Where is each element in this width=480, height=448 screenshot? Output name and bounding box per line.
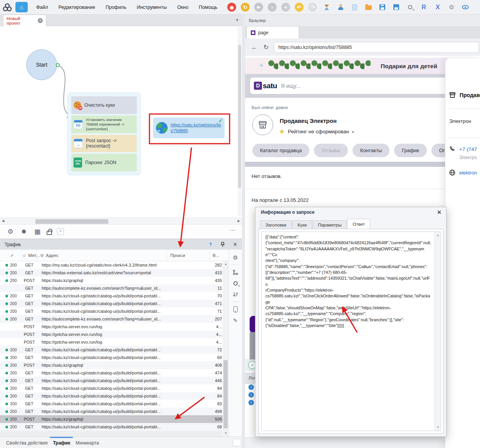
seller-tab-pill[interactable]: График [394,144,426,157]
table-row[interactable]: POST https://gotcha-server.evo.run/log 4… [0,338,229,346]
search-icon[interactable] [406,3,414,12]
menu-item[interactable]: Окно [177,5,188,10]
scroll-down-icon[interactable]: ▼ [436,426,440,429]
response-textbox[interactable]: [{"data":{"context": {"context_meta":"47… [261,232,441,431]
close-tab-icon[interactable]: ✕ [38,18,43,23]
start-node[interactable]: Start [26,49,57,80]
menu-item[interactable]: Редактирование [59,5,95,10]
reload-icon[interactable]: ↻ [263,44,269,51]
dialog-tab[interactable]: Параметры [312,220,347,229]
action-post-request[interactable]: Post запрос -> {rescontact} [71,135,137,153]
scroll-up-icon[interactable]: ▲ [436,233,440,237]
profile-small-icon[interactable]: ☻ [20,228,28,235]
column-address[interactable]: ⊕Адрес [37,250,167,261]
action-parse-json[interactable]: JSON XML Парсинг JSON [71,154,137,171]
play-button[interactable]: ▶ [254,3,263,12]
brush-icon[interactable]: ✎ [233,315,238,326]
table-row[interactable]: 200 GET https://my.satu.kz/cloud-cgi/sta… [0,261,229,269]
restart-button[interactable]: ↻ [241,3,250,12]
dialog-tab[interactable]: Ответ [347,219,370,229]
table-row[interactable]: 200 POST https://satu.kz/graphql 435 [0,277,229,284]
table-row[interactable]: 200 GET https://satu.kz/cloud-cgi/static… [0,354,229,361]
canvas-vertical-scrollbar[interactable] [238,27,242,216]
open-folder-icon[interactable] [364,3,373,12]
r-tool-icon[interactable]: R [420,3,428,12]
table-row[interactable]: 200 GET https://satu.kz/cloud-cgi/static… [0,408,229,415]
column-method[interactable]: ☆Мет... [22,250,37,261]
bottom-tab[interactable]: Миникарта [73,437,102,448]
satu-logo[interactable]: D satu [254,82,277,90]
menu-item[interactable]: Профиль [106,5,126,10]
request-url-link[interactable]: https://satu.kz/opinions/list/758885 [171,122,222,134]
table-row[interactable]: 200 GET https://autocomplete-kz.evoaws.c… [0,315,229,323]
seller-tab-pill[interactable]: Каталог продавца [252,144,309,157]
traffic-scrollbar[interactable]: ▲ ▼ [223,261,228,436]
scroll-left-icon[interactable]: ◀ [2,219,4,223]
traffic-settings-icon[interactable]: ⚙ [233,252,238,263]
table-row[interactable]: 200 GET https://satu.kz/cloud-cgi/static… [0,400,229,408]
action-set-value[interactable]: Установить значение 758885 переменной ->… [71,116,137,133]
table-row[interactable]: 200 GET https://satu.kz/cloud-cgi/static… [0,369,229,377]
project-tab[interactable]: Новый проект ✕ [3,15,46,26]
profile-icon[interactable] [336,3,345,12]
panel-splitter[interactable] [242,15,245,448]
bottom-tab[interactable]: Трафик [50,437,73,448]
table-row[interactable]: 200 GET https://satu.kz/cloud-cgi/static… [0,292,229,300]
gear-icon[interactable]: ⚙ [6,228,15,236]
address-bar-input[interactable] [274,42,479,53]
url-request-node[interactable]: https://satu.kz/opinions/list/758885 ✓ [153,117,225,138]
tab-list-dropdown-icon[interactable]: ▼ [235,18,239,22]
undo-button[interactable]: ↶ [295,3,304,12]
sort-icon[interactable] [233,289,238,300]
footer-corner-button[interactable] [233,439,241,446]
x-tool-icon[interactable]: X [433,3,442,12]
table-row[interactable]: 200 POST https://satu.kz/graphql 408 [0,361,229,369]
site-search-input[interactable] [281,83,396,89]
menu-item[interactable]: Помощь [199,5,217,10]
seller-rating[interactable]: ★ Рейтинг не сформирован › [279,128,354,136]
canvas-horizontal-scrollbar[interactable]: ◀ ▶ [0,218,242,225]
add-action-icon[interactable]: + [57,228,64,235]
dialog-tab[interactable]: Заголовки [260,220,292,229]
table-row[interactable]: 200 GET https://satu.kz/cloud-cgi/static… [0,300,229,307]
menu-item[interactable]: Файл [36,5,48,10]
mobile-icon[interactable] [233,304,238,315]
seller-website-link[interactable]: elektron [459,170,477,176]
eye-icon[interactable] [461,3,470,12]
dialog-title-bar[interactable]: Информация о запросе ✕ [255,207,446,217]
home-button[interactable]: ⌂ [15,2,28,12]
table-row[interactable]: 200 GET https://midas-external.satu.kz/r… [0,269,229,277]
record-button[interactable]: ◉ [227,3,236,12]
scroll-up-icon[interactable]: ▲ [224,262,227,266]
settings-gear-icon[interactable]: ⚙ [447,3,456,12]
more-options-icon[interactable]: … [230,225,237,232]
table-row[interactable]: POST https://gotcha-server.evo.run/log 4… [0,323,229,331]
seller-phone-link[interactable]: +7 (747 [459,146,477,152]
dialog-tab[interactable]: Куки [292,220,312,229]
dialog-scrollbar[interactable]: ▲ ▼ [435,232,440,431]
bottom-tab[interactable]: Свойства действия [3,437,50,448]
action-clear-cookies[interactable]: Очистить куки [71,96,137,114]
seller-tab-pill[interactable]: Отзывы [314,144,348,157]
table-row[interactable]: 200 GET https://satu.kz/cloud-cgi/static… [0,346,229,354]
menu-item[interactable]: Инструменты [137,5,167,10]
scroll-right-icon[interactable]: ▶ [238,219,240,223]
save-icon[interactable] [378,3,386,12]
dialog-close-icon[interactable]: ✕ [437,209,441,215]
lock-icon[interactable] [47,231,52,235]
scrollbar-thumb[interactable] [223,360,228,428]
column-proxy[interactable]: Прокси [167,250,210,261]
traffic-search-icon[interactable] [233,278,238,289]
column-check[interactable]: ✓ [0,250,22,261]
table-row[interactable]: 200 POST https://satu.kz/graphql 506 [0,415,229,423]
pin-icon[interactable] [220,242,225,247]
site-search-bar[interactable]: D satu [250,77,448,94]
table-row[interactable]: 200 GET https://satu.kz/cloud-cgi/static… [0,423,229,431]
table-row[interactable]: POST https://gotcha-server.evo.run/log 4… [0,331,229,338]
node-graph-icon[interactable] [233,267,238,278]
save-all-icon[interactable] [392,3,400,12]
grid-icon[interactable]: ▦ [33,228,42,236]
table-row[interactable]: 200 GET https://satu.kz/cloud-cgi/static… [0,392,229,400]
stop-button[interactable]: ■ [281,3,290,12]
back-icon[interactable]: ← [251,44,257,51]
